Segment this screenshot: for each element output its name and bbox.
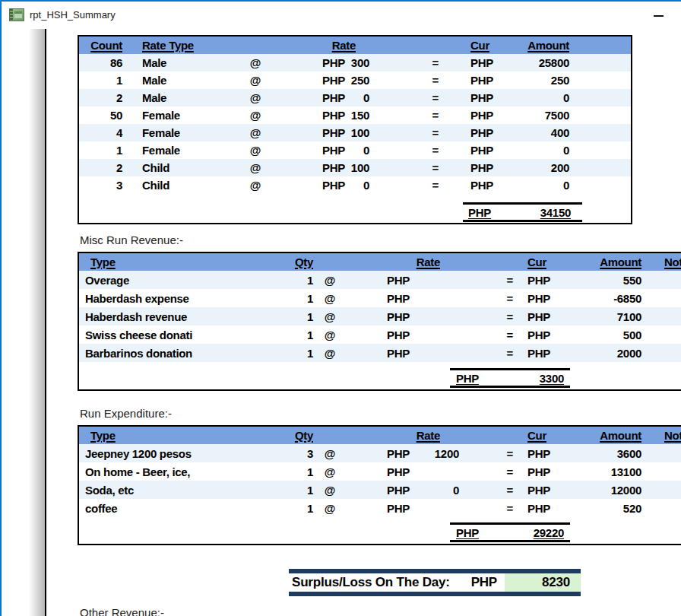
- cell-qty: 1: [231, 347, 315, 360]
- cell-rate-currency: PHP: [265, 56, 345, 69]
- cell-amount: 0: [499, 179, 569, 192]
- cell-rate-currency: PHP: [265, 126, 345, 139]
- cell-amount: 0: [499, 144, 569, 157]
- cell-equals: =: [369, 109, 442, 122]
- cell-type: Barbarinos donation: [79, 347, 231, 360]
- cell-rate-currency: PHP: [337, 465, 410, 478]
- header-rate-type: Rate Type: [128, 39, 216, 52]
- cell-type: Swiss cheese donati: [79, 329, 231, 341]
- window-title: rpt_HSH_Summary: [30, 9, 116, 21]
- cell-rate-currency: PHP: [337, 502, 410, 515]
- cell-currency: PHP: [516, 465, 573, 478]
- title-bar[interactable]: rpt_HSH_Summary: [2, 2, 681, 29]
- cell-currency: PHP: [442, 74, 499, 87]
- cell-at-sign: @: [315, 292, 337, 305]
- cell-at-sign: @: [315, 329, 337, 341]
- cell-rate: 0: [410, 484, 459, 497]
- cell-rate: 250: [345, 74, 369, 87]
- cell-rate-currency: PHP: [337, 329, 410, 341]
- attendance-row: 86 Male @ PHP 300 = PHP 25800: [79, 54, 631, 71]
- page-edge-line: [45, 29, 46, 616]
- cell-equals: =: [459, 292, 516, 305]
- cell-amount: 7100: [573, 310, 641, 323]
- cell-rate-currency: PHP: [337, 447, 410, 460]
- total-amount: 29220: [534, 526, 564, 539]
- report-icon: [9, 8, 24, 21]
- cell-currency: PHP: [516, 292, 573, 305]
- expenditure-label: Run Expenditure:-: [80, 407, 172, 420]
- cell-equals: =: [459, 502, 516, 515]
- cell-amount: 0: [499, 91, 569, 104]
- cell-rate-type: Female: [128, 109, 216, 122]
- cell-amount: 3600: [573, 447, 641, 460]
- cell-rate: 150: [345, 109, 369, 122]
- surplus-amount: 8230: [505, 573, 581, 592]
- cell-currency: PHP: [442, 144, 499, 157]
- header-rate: Rate: [337, 256, 459, 268]
- header-amount: Amount: [573, 256, 641, 268]
- cell-currency: PHP: [516, 329, 573, 341]
- expenditure-total: PHP 29220: [450, 522, 570, 542]
- cell-amount: 520: [573, 502, 641, 515]
- cell-currency: PHP: [516, 274, 573, 287]
- expenditure-header-row: Type Qty Rate Cur Amount Note: [79, 427, 681, 444]
- expenditure-row: coffee 1 @ PHP = PHP 520: [79, 499, 681, 517]
- cell-rate-currency: PHP: [265, 109, 345, 122]
- cell-rate-type: Child: [128, 179, 216, 192]
- header-qty: Qty: [231, 256, 315, 268]
- misc-revenue-label: Misc Run Revenue:-: [80, 233, 183, 246]
- cell-rate-currency: PHP: [337, 347, 410, 360]
- total-currency: PHP: [468, 206, 491, 219]
- cell-amount: 7500: [499, 109, 569, 122]
- misc-revenue-header-row: Type Qty Rate Cur Amount Note: [79, 253, 681, 271]
- cell-rate-currency: PHP: [265, 161, 345, 174]
- cell-at-sign: @: [315, 447, 337, 460]
- misc-revenue-table: Type Qty Rate Cur Amount Note Overage 1 …: [78, 252, 681, 391]
- cell-at-sign: @: [216, 74, 265, 87]
- cell-rate-type: Male: [128, 56, 216, 69]
- cell-rate-currency: PHP: [265, 179, 345, 192]
- total-currency: PHP: [456, 372, 479, 385]
- cell-type: Haberdash revenue: [79, 310, 231, 323]
- surplus-row: Surplus/Loss On The Day: PHP 8230: [289, 573, 581, 592]
- cell-equals: =: [369, 161, 442, 174]
- header-rate: Rate: [265, 39, 369, 52]
- cell-equals: =: [369, 126, 442, 139]
- expenditure-row: Soda, etc 1 @ PHP 0 = PHP 12000: [79, 481, 681, 499]
- cell-amount: 250: [499, 74, 569, 87]
- misc-revenue-body: Overage 1 @ PHP = PHP 550 Haberdash expe…: [79, 271, 681, 362]
- misc-revenue-row: Haberdash expense 1 @ PHP = PHP -6850: [79, 289, 681, 307]
- cell-type: coffee: [79, 502, 231, 515]
- cell-rate: 300: [345, 56, 369, 69]
- cell-qty: 1: [231, 274, 315, 287]
- cell-amount: 25800: [499, 56, 569, 69]
- cell-qty: 3: [231, 447, 315, 460]
- cell-at-sign: @: [315, 274, 337, 287]
- cell-at-sign: @: [216, 144, 265, 157]
- header-qty: Qty: [231, 429, 315, 442]
- cell-rate: 0: [345, 144, 369, 157]
- cell-currency: PHP: [516, 484, 573, 497]
- header-amount: Amount: [499, 39, 569, 52]
- cell-currency: PHP: [442, 91, 499, 104]
- attendance-total: PHP 34150: [463, 202, 582, 222]
- minimize-button[interactable]: [648, 8, 669, 23]
- total-amount: 3300: [540, 372, 564, 385]
- cell-equals: =: [369, 179, 442, 192]
- surplus-band: Surplus/Loss On The Day: PHP 8230: [289, 569, 581, 596]
- cell-rate: 0: [345, 179, 369, 192]
- cell-equals: =: [459, 484, 516, 497]
- header-cur: Cur: [516, 429, 573, 442]
- cell-type: On home - Beer, ice,: [79, 465, 231, 478]
- minimize-icon: [654, 15, 664, 17]
- expenditure-row: On home - Beer, ice, 1 @ PHP = PHP 13100: [79, 462, 681, 481]
- cell-qty: 1: [231, 292, 315, 305]
- cell-at-sign: @: [315, 484, 337, 497]
- attendance-row: 1 Female @ PHP 0 = PHP 0: [79, 141, 631, 159]
- attendance-row: 2 Male @ PHP 0 = PHP 0: [79, 89, 631, 106]
- cell-rate-currency: PHP: [337, 274, 410, 287]
- cell-rate-currency: PHP: [265, 91, 345, 104]
- total-currency: PHP: [456, 526, 479, 539]
- surplus-currency: PHP: [471, 575, 497, 590]
- misc-revenue-row: Barbarinos donation 1 @ PHP = PHP 2000: [79, 344, 681, 362]
